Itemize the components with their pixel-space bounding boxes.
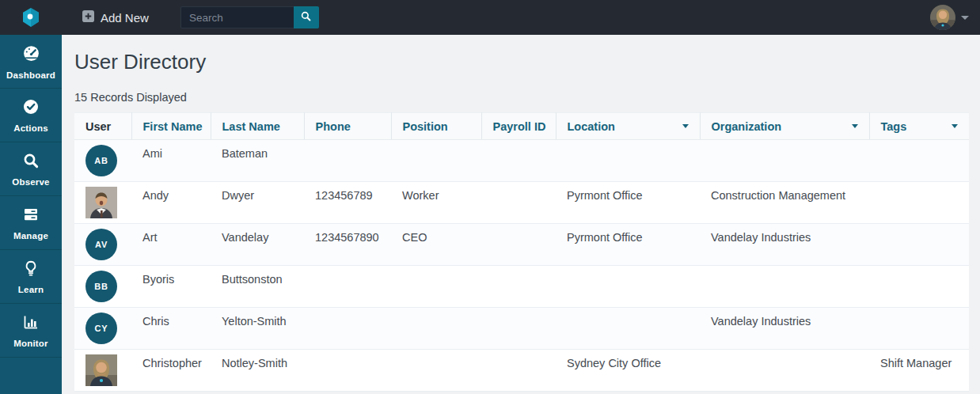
column-header-last-name[interactable]: Last Name bbox=[211, 113, 304, 140]
sidebar-item-label: Manage bbox=[13, 231, 48, 241]
app-logo-icon[interactable] bbox=[22, 8, 40, 27]
sidebar-item-dashboard[interactable]: Dashboard bbox=[0, 35, 62, 89]
top-navigation-bar: Add New bbox=[0, 0, 980, 35]
sidebar-item-label: Actions bbox=[13, 123, 48, 133]
table-row[interactable]: CY Chris Yelton-Smith Vandelay Industrie… bbox=[74, 308, 969, 350]
filter-caret-icon[interactable] bbox=[682, 124, 689, 128]
sidebar-item-label: Dashboard bbox=[6, 70, 55, 80]
column-header-phone[interactable]: Phone bbox=[304, 113, 391, 140]
search-icon bbox=[300, 10, 312, 25]
table-row[interactable]: BB Byoris Buttsonston bbox=[74, 266, 969, 308]
search-input[interactable] bbox=[180, 6, 294, 28]
table-row[interactable]: AB Ami Bateman bbox=[74, 140, 969, 182]
sidebar-item-learn[interactable]: Learn bbox=[0, 250, 62, 304]
sidebar-item-manage[interactable]: Manage bbox=[0, 196, 62, 250]
avatar: AB bbox=[85, 145, 117, 176]
server-stack-icon bbox=[21, 205, 40, 227]
column-header-tags[interactable]: Tags bbox=[869, 113, 969, 140]
avatar: BB bbox=[85, 271, 117, 302]
table-row[interactable]: AV Art Vandelay 1234567890 CEO Pyrmont O… bbox=[74, 224, 969, 266]
sidebar-item-monitor[interactable]: Monitor bbox=[0, 304, 62, 358]
sidebar-item-actions[interactable]: Actions bbox=[0, 89, 62, 142]
sidebar-navigation: Dashboard Actions Observe bbox=[0, 35, 62, 394]
search-button[interactable] bbox=[294, 6, 319, 28]
sidebar-item-label: Monitor bbox=[13, 339, 48, 348]
plus-icon bbox=[82, 10, 94, 25]
global-search bbox=[180, 6, 319, 28]
avatar bbox=[85, 376, 117, 388]
sidebar-item-observe[interactable]: Observe bbox=[0, 142, 62, 196]
filter-caret-icon[interactable] bbox=[852, 124, 858, 128]
records-summary: 15 Records Displayed bbox=[74, 91, 969, 104]
gauge-icon bbox=[21, 44, 41, 66]
column-header-payroll-id[interactable]: Payroll ID bbox=[481, 113, 556, 140]
column-header-position[interactable]: Position bbox=[391, 113, 481, 140]
sidebar-item-label: Observe bbox=[12, 177, 49, 187]
user-directory-table: User First Name Last Name Phone Position… bbox=[74, 112, 969, 362]
profile-menu[interactable] bbox=[930, 5, 969, 30]
table-row[interactable]: Christopher Notley-Smith Sydney City Off… bbox=[74, 350, 969, 392]
bar-chart-icon bbox=[21, 313, 40, 335]
column-header-user[interactable]: User bbox=[74, 113, 131, 140]
avatar bbox=[85, 208, 117, 221]
magnifier-icon bbox=[21, 151, 40, 173]
column-header-first-name[interactable]: First Name bbox=[131, 113, 211, 140]
filter-caret-icon[interactable] bbox=[952, 124, 958, 128]
check-circle-icon bbox=[21, 97, 40, 119]
lightbulb-icon bbox=[21, 259, 40, 281]
sidebar-item-label: Learn bbox=[18, 285, 44, 294]
column-header-organization[interactable]: Organization bbox=[700, 113, 869, 140]
add-new-label: Add New bbox=[101, 11, 149, 25]
page-title: User Directory bbox=[74, 48, 969, 75]
main-content: User Directory 15 Records Displayed User… bbox=[62, 35, 980, 394]
column-header-location[interactable]: Location bbox=[556, 113, 700, 140]
table-header-row: User First Name Last Name Phone Position… bbox=[74, 113, 969, 140]
table-row[interactable]: Andy Dwyer 123456789 Worker Pyrmont Offi… bbox=[74, 182, 969, 224]
chevron-down-icon bbox=[961, 16, 969, 20]
avatar: AV bbox=[85, 229, 117, 260]
profile-avatar bbox=[930, 5, 955, 30]
add-new-button[interactable]: Add New bbox=[78, 9, 154, 25]
avatar: CY bbox=[85, 313, 117, 344]
